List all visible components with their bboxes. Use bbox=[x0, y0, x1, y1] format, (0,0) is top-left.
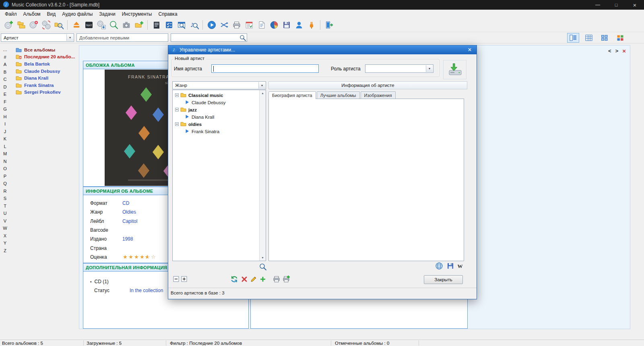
alpha-index-T[interactable]: T bbox=[0, 202, 10, 210]
artist-node[interactable]: Claude Debussy bbox=[173, 99, 266, 106]
alpha-index-E[interactable]: E bbox=[0, 91, 10, 98]
load-disc-button[interactable] bbox=[95, 19, 107, 31]
tab-2[interactable]: Изображения bbox=[361, 91, 396, 99]
plugins-button[interactable] bbox=[305, 19, 318, 31]
alpha-index-J[interactable]: J bbox=[0, 128, 10, 136]
alpha-index-U[interactable]: U bbox=[0, 210, 10, 217]
alpha-index-X[interactable]: X bbox=[0, 232, 10, 240]
alpha-index-K[interactable]: K bbox=[0, 135, 10, 143]
report-button[interactable] bbox=[255, 19, 268, 31]
alpha-index-G[interactable]: G bbox=[0, 105, 10, 113]
add-folder-button[interactable] bbox=[132, 19, 145, 31]
sidebar-item[interactable]: Все альбомы bbox=[10, 46, 78, 54]
alpha-index-#[interactable]: # bbox=[0, 54, 10, 61]
artist-role-select[interactable]: ▾ bbox=[365, 64, 433, 73]
artist-info-header[interactable]: Информация об артисте bbox=[268, 81, 467, 89]
text-labels-button[interactable]: TEXT bbox=[83, 19, 95, 31]
menu-item-1[interactable]: Альбом bbox=[20, 10, 44, 18]
sidebar-item[interactable]: 20Последние 20 альбо... bbox=[10, 54, 78, 61]
expand-button[interactable] bbox=[180, 275, 188, 284]
audio-search-button[interactable]: ♪ bbox=[188, 19, 200, 31]
search-icon[interactable] bbox=[239, 35, 246, 42]
alpha-index-W[interactable]: W bbox=[0, 224, 10, 232]
collapse-node-icon[interactable] bbox=[175, 107, 179, 112]
add-album-button[interactable] bbox=[2, 19, 15, 31]
thumbnail-view-button[interactable] bbox=[599, 33, 611, 43]
close-window-button[interactable]: × bbox=[625, 0, 644, 10]
details-view-button[interactable] bbox=[567, 33, 579, 43]
eject-button[interactable] bbox=[70, 19, 83, 31]
genre-filter-select[interactable]: Жанр ▾ bbox=[172, 81, 266, 89]
genre-node[interactable]: jazz bbox=[173, 106, 266, 113]
edit-artist-button[interactable] bbox=[249, 275, 258, 284]
next-album-button[interactable]: > bbox=[615, 48, 619, 54]
alpha-index-I[interactable]: I bbox=[0, 120, 10, 128]
print-button[interactable] bbox=[230, 19, 243, 31]
rating-stars[interactable]: ★★★★☆★☆ bbox=[122, 254, 156, 260]
shuffle-button[interactable] bbox=[218, 19, 230, 31]
alpha-index-H[interactable]: H bbox=[0, 113, 10, 121]
web-link-button[interactable] bbox=[435, 262, 444, 271]
sort-order-select[interactable]: Добавленные первыми bbox=[76, 33, 168, 42]
field-value[interactable]: Oldies bbox=[122, 209, 136, 215]
sync-albums-button[interactable] bbox=[40, 19, 52, 31]
alpha-index-N[interactable]: N bbox=[0, 158, 10, 165]
alpha-index-L[interactable]: L bbox=[0, 143, 10, 150]
snapshot-button[interactable] bbox=[120, 19, 132, 31]
menu-item-4[interactable]: Задачи bbox=[96, 10, 118, 18]
status-value[interactable]: In the collection bbox=[130, 288, 163, 293]
artist-node[interactable]: Frank Sinatra bbox=[173, 128, 266, 135]
alpha-index-F[interactable]: F bbox=[0, 98, 10, 106]
alpha-index-Z[interactable]: Z bbox=[0, 247, 10, 255]
tab-1[interactable]: Лучшие альбомы bbox=[317, 91, 360, 99]
scroll-up-icon[interactable]: ▲ bbox=[260, 90, 266, 96]
alpha-index-V[interactable]: V bbox=[0, 217, 10, 225]
edit-album-button[interactable] bbox=[27, 19, 40, 31]
alpha-index-A[interactable]: A bbox=[0, 61, 10, 68]
preview-button[interactable] bbox=[175, 19, 188, 31]
collapse-node-icon[interactable] bbox=[175, 122, 179, 127]
field-value[interactable]: Capitol bbox=[122, 218, 137, 224]
print-artists-button[interactable] bbox=[272, 275, 281, 284]
alpha-index-S[interactable]: S bbox=[0, 195, 10, 202]
dialog-titlebar[interactable]: ♪ Управление артистами... × bbox=[168, 45, 477, 54]
tab-0[interactable]: Биография артиста bbox=[268, 91, 316, 99]
save-bio-button[interactable] bbox=[446, 262, 455, 271]
notes-button[interactable] bbox=[150, 19, 163, 31]
minimize-button[interactable]: — bbox=[588, 0, 607, 10]
alpha-index-B[interactable]: B bbox=[0, 68, 10, 76]
artist-bio-textarea[interactable] bbox=[268, 99, 464, 261]
play-button[interactable] bbox=[205, 19, 218, 31]
maximize-button[interactable]: □ bbox=[607, 0, 625, 10]
alpha-index-Q[interactable]: Q bbox=[0, 180, 10, 187]
add-artist-button[interactable] bbox=[258, 275, 267, 284]
sidebar-item[interactable]: Sergei Prokofiev bbox=[10, 89, 78, 96]
sidebar-item[interactable]: Diana Krall bbox=[10, 74, 78, 82]
search-files-button[interactable] bbox=[107, 19, 120, 31]
alpha-index-…[interactable]: … bbox=[0, 46, 10, 54]
cards-view-button[interactable] bbox=[614, 33, 626, 43]
menu-item-2[interactable]: Вид bbox=[44, 10, 59, 18]
alpha-index-O[interactable]: O bbox=[0, 165, 10, 173]
users-button[interactable] bbox=[293, 19, 305, 31]
export-artists-button[interactable] bbox=[282, 275, 291, 284]
field-value[interactable]: 1998 bbox=[122, 236, 133, 242]
artist-node[interactable]: Diana Krall bbox=[173, 113, 266, 121]
search-album-button[interactable] bbox=[52, 19, 65, 31]
collapse-node-icon[interactable] bbox=[175, 93, 179, 98]
sidebar-item[interactable]: Bela Bartok bbox=[10, 60, 78, 68]
dialog-close-button[interactable]: × bbox=[465, 46, 474, 54]
field-value[interactable]: CD bbox=[122, 200, 129, 206]
alpha-index-P[interactable]: P bbox=[0, 173, 10, 180]
menu-item-0[interactable]: Файл bbox=[2, 10, 20, 18]
refresh-button[interactable] bbox=[230, 275, 239, 284]
statistics-button[interactable] bbox=[268, 19, 280, 31]
artist-name-input[interactable] bbox=[211, 64, 319, 73]
menu-item-6[interactable]: Справка bbox=[155, 10, 180, 18]
copy-album-button[interactable] bbox=[15, 19, 27, 31]
table-view-button[interactable] bbox=[583, 33, 595, 43]
tree-scrollbar[interactable]: ▲ ▼ bbox=[259, 90, 266, 261]
artist-filter-select[interactable]: Артист ▾ bbox=[1, 33, 74, 42]
alpha-index-R[interactable]: R bbox=[0, 187, 10, 195]
media-type[interactable]: CD (1) bbox=[95, 279, 109, 284]
